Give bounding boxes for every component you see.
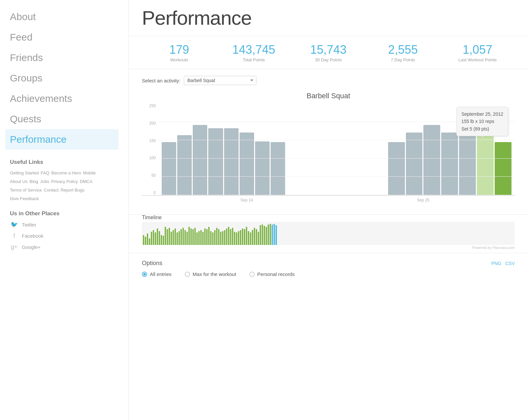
useful-link-getting-started[interactable]: Getting Started [10, 170, 39, 175]
x-labels: Sep 14 Sep 25 [142, 198, 515, 202]
useful-link-about-us[interactable]: About Us [10, 179, 27, 184]
radio-circle [185, 272, 190, 277]
chart-tooltip: September 25, 2012 155 lb x 10 reps Set … [456, 107, 508, 136]
useful-link-privacy-policy[interactable]: Privacy Policy [51, 179, 78, 184]
timeline-bar-16 [175, 228, 176, 245]
main-content: Performance 179 Workouts143,745 Total Po… [129, 0, 528, 420]
chart-title: Barbell Squat [142, 92, 515, 100]
stat-value: 2,555 [366, 43, 440, 57]
timeline-bar-27 [196, 232, 198, 245]
y-label-0: 0 [153, 191, 156, 195]
sidebar-item-feed[interactable]: Feed [10, 27, 118, 47]
social-label: Twitter [22, 222, 36, 227]
bar-0-4[interactable] [224, 128, 239, 195]
sidebar-item-performance[interactable]: Performance [5, 129, 118, 150]
other-places-section: Us in Other Places 🐦 Twitterf Facebookg+… [10, 210, 118, 251]
useful-link-give-feedback[interactable]: Give Feedback [10, 196, 39, 201]
timeline-bar-25 [192, 229, 194, 245]
bar-0-3[interactable] [208, 128, 223, 195]
social-item-twitter[interactable]: 🐦 Twitter [10, 220, 118, 229]
bar-0-1[interactable] [177, 135, 192, 195]
timeline-bar-34 [210, 231, 212, 245]
radio-label: All entries [150, 271, 172, 277]
sidebar-item-about[interactable]: About [10, 7, 118, 27]
timeline-bar-7 [157, 228, 158, 245]
timeline-bar-10 [163, 236, 164, 245]
sidebar-item-groups[interactable]: Groups [10, 68, 118, 88]
timeline-bar-0 [143, 235, 144, 245]
bar-1-1[interactable] [406, 133, 423, 195]
timeline-bar-66 [274, 224, 275, 245]
useful-link-contact[interactable]: Contact [44, 188, 59, 193]
timeline-bar-18 [179, 231, 180, 245]
useful-links-heading: Useful Links [10, 159, 118, 165]
timeline-bar-12 [167, 229, 168, 245]
useful-link-become-a-hero[interactable]: Become a Hero [51, 170, 81, 175]
radio-circle [249, 272, 255, 277]
radio-all-entries[interactable]: All entries [142, 271, 172, 277]
export-csv-link[interactable]: CSV [505, 261, 515, 266]
timeline-bar-29 [200, 230, 202, 245]
useful-links-row3: Terms of ServiceContactReport Bugs [10, 186, 118, 195]
bar-1-0[interactable] [388, 142, 405, 195]
timeline-bar-58 [258, 232, 259, 245]
timeline-bar-22 [186, 232, 188, 245]
timeline-bar-8 [159, 231, 160, 245]
options-header: Options PNG CSV [142, 260, 515, 267]
sidebar-item-quests[interactable]: Quests [10, 109, 118, 129]
stat-value: 143,745 [216, 43, 291, 57]
bar-0-6[interactable] [255, 141, 270, 195]
useful-link-terms-of-service[interactable]: Terms of Service [10, 188, 42, 193]
useful-link-mobile[interactable]: Mobile [83, 170, 96, 175]
radio-max-for-the-workout[interactable]: Max for the workout [185, 271, 236, 277]
timeline-bar-26 [194, 228, 196, 245]
activity-select[interactable]: Barbell Squat [184, 76, 256, 85]
social-item-googleplus[interactable]: g+ Google+ [10, 243, 118, 251]
sidebar-item-friends[interactable]: Friends [10, 47, 118, 68]
useful-link-dmca[interactable]: DMCA [80, 179, 92, 184]
timeline-bar-61 [264, 226, 265, 245]
sidebar-item-achievements[interactable]: Achievements [10, 88, 118, 109]
bar-0-7[interactable] [271, 142, 285, 195]
timeline-bar-46 [234, 232, 235, 245]
options-title: Options [142, 260, 162, 267]
timeline-bar-13 [169, 228, 170, 245]
page-header: Performance [129, 0, 528, 36]
y-label-100: 100 [149, 156, 156, 160]
bar-1-2[interactable] [423, 125, 440, 195]
timeline-bar-35 [212, 232, 214, 245]
timeline-bar-30 [202, 232, 204, 245]
timeline-bar-32 [206, 229, 208, 245]
radio-circle [142, 272, 147, 277]
bar-1-4[interactable] [459, 133, 476, 195]
timeline-bar-54 [250, 232, 251, 245]
export-links: PNG CSV [489, 261, 515, 266]
radio-personal-records[interactable]: Personal records [249, 271, 295, 277]
export-png-link[interactable]: PNG [491, 261, 501, 266]
bar-1-3[interactable] [441, 133, 458, 195]
timeline-bar-17 [177, 232, 178, 245]
bar-0-5[interactable] [240, 133, 254, 195]
timeline-bar-52 [246, 227, 247, 245]
useful-link-report-bugs[interactable]: Report Bugs [61, 188, 84, 193]
timeline-bar-38 [218, 229, 219, 245]
bar-0-0[interactable] [162, 142, 176, 195]
bar-0-2[interactable] [193, 125, 207, 195]
timeline-bar-55 [252, 230, 253, 245]
useful-links-row1: Getting StartedFAQBecome a HeroMobile [10, 169, 118, 177]
stat-7-day-points: 2,555 7 Day Points [366, 43, 440, 62]
tooltip-line3: Set 5 (89 pts) [461, 125, 503, 133]
powered-by: Powered by Fitocracy.com [142, 246, 515, 250]
bar-group-0 [162, 125, 285, 195]
y-label-150: 150 [149, 138, 156, 143]
stat-label: Last Workout Points [440, 57, 515, 62]
timeline-bar-45 [232, 228, 233, 245]
social-item-facebook[interactable]: f Facebook [10, 231, 118, 240]
timeline-bar-41 [224, 230, 225, 245]
useful-link-blog[interactable]: Blog [29, 179, 38, 184]
stat-total-points: 143,745 Total Points [216, 43, 291, 62]
useful-link-faq[interactable]: FAQ [41, 170, 49, 175]
useful-link-jobs[interactable]: Jobs [40, 179, 49, 184]
bar-1-6[interactable] [495, 142, 512, 195]
radio-label: Personal records [257, 271, 295, 277]
